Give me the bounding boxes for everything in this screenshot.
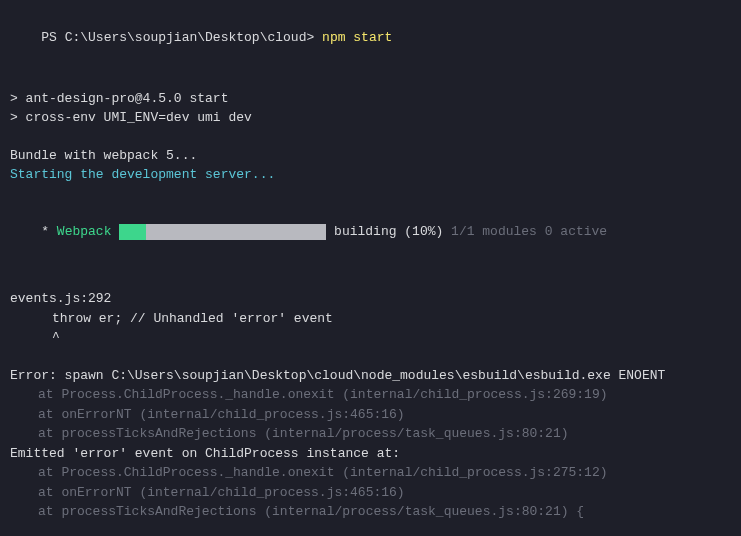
bundle-line-2: Starting the development server... (10, 165, 731, 185)
command-text: npm start (322, 30, 392, 45)
emitted-line: Emitted 'error' event on ChildProcess in… (10, 444, 731, 464)
prompt-path: C:\Users\soupjian\Desktop\cloud> (65, 30, 315, 45)
events-file: events.js:292 (10, 289, 731, 309)
stack-line-5: at onErrorNT (internal/child_process.js:… (10, 483, 731, 503)
stack-line-1: at Process.ChildProcess._handle.onexit (… (10, 385, 731, 405)
terminal-output[interactable]: PS C:\Users\soupjian\Desktop\cloud> npm … (10, 8, 731, 536)
throw-line: throw er; // Unhandled 'error' event (10, 309, 731, 329)
stack-line-4: at Process.ChildProcess._handle.onexit (… (10, 463, 731, 483)
stack-line-2: at onErrorNT (internal/child_process.js:… (10, 405, 731, 425)
stack-line-6: at processTicksAndRejections (internal/p… (10, 502, 731, 522)
errno-line: errno: -4058, (10, 522, 731, 536)
modules-text: 1/1 modules 0 active (451, 224, 607, 239)
script-line-1: > ant-design-pro@4.5.0 start (10, 89, 731, 109)
bundle-line-1: Bundle with webpack 5... (10, 146, 731, 166)
webpack-label: Webpack (57, 224, 112, 239)
prompt-line: PS C:\Users\soupjian\Desktop\cloud> npm … (10, 8, 731, 67)
error-header: Error: spawn C:\Users\soupjian\Desktop\c… (10, 366, 731, 386)
script-line-2: > cross-env UMI_ENV=dev umi dev (10, 108, 731, 128)
progress-bar (119, 222, 326, 242)
stack-line-3: at processTicksAndRejections (internal/p… (10, 424, 731, 444)
prompt-prefix: PS (41, 30, 64, 45)
caret-line: ^ (10, 328, 731, 348)
webpack-star: * (41, 224, 49, 239)
webpack-progress-line: * Webpack building (10%) 1/1 modules 0 a… (10, 203, 731, 262)
building-text: building (10%) (334, 224, 443, 239)
